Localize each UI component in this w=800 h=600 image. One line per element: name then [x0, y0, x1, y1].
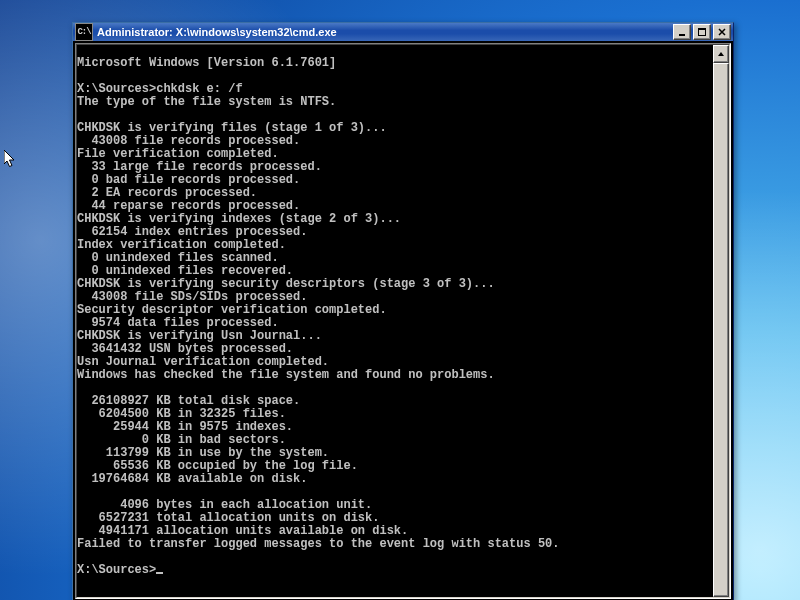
scroll-thumb[interactable]: [713, 63, 729, 597]
scroll-up-button[interactable]: [713, 45, 729, 63]
client-frame: Microsoft Windows [Version 6.1.7601] X:\…: [75, 43, 731, 599]
scroll-track[interactable]: [713, 63, 729, 579]
client-inner: Microsoft Windows [Version 6.1.7601] X:\…: [76, 44, 730, 598]
titlebar[interactable]: C:\ Administrator: X:\windows\system32\c…: [73, 23, 733, 41]
svg-rect-2: [698, 28, 706, 30]
minimize-button[interactable]: [673, 24, 691, 40]
close-button[interactable]: [713, 24, 731, 40]
minimize-icon: [678, 28, 686, 36]
window-title: Administrator: X:\windows\system32\cmd.e…: [97, 26, 671, 38]
chevron-up-icon: [717, 50, 725, 58]
maximize-button[interactable]: [693, 24, 711, 40]
text-cursor: [156, 572, 163, 574]
svg-rect-0: [679, 34, 685, 36]
mouse-cursor: [4, 150, 17, 169]
cmd-icon: C:\: [75, 23, 93, 41]
maximize-icon: [698, 28, 706, 36]
terminal-output[interactable]: Microsoft Windows [Version 6.1.7601] X:\…: [77, 57, 713, 585]
close-icon: [718, 28, 726, 36]
command-prompt-window: C:\ Administrator: X:\windows\system32\c…: [72, 22, 734, 600]
vertical-scrollbar[interactable]: [713, 45, 729, 597]
